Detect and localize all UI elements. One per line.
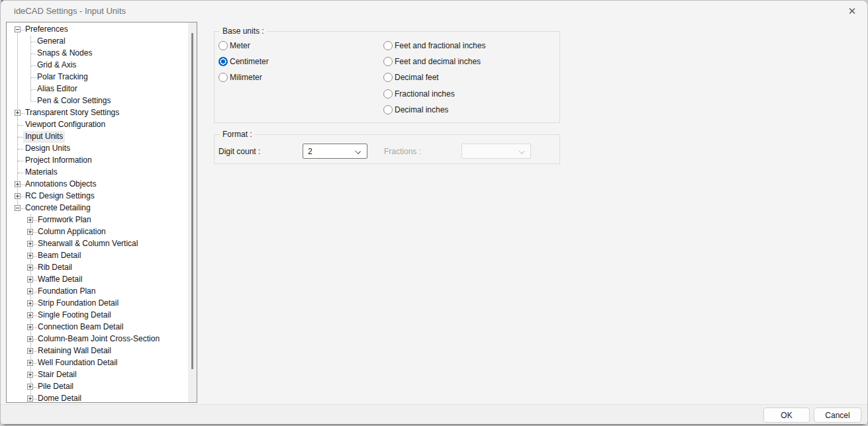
expand-icon[interactable] <box>15 110 21 116</box>
tree-item-project-information[interactable]: Project Information <box>7 155 188 167</box>
tree-item-dome-detail[interactable]: Dome Detail <box>7 393 188 403</box>
tree-item-concrete-detailing[interactable]: Concrete Detailing <box>7 202 188 214</box>
expand-icon[interactable] <box>27 360 33 366</box>
tree-item-snaps-nodes[interactable]: Snaps & Nodes <box>7 48 188 60</box>
tree-item-label: Input Units <box>23 131 65 143</box>
tree-item-stair-detail[interactable]: Stair Detail <box>7 369 188 381</box>
tree-item-preferences[interactable]: Preferences <box>7 24 188 36</box>
radio-feet-and-decimal-inches[interactable]: Feet and decimal inches <box>383 56 481 67</box>
expand-icon[interactable] <box>27 372 33 378</box>
close-icon[interactable]: ✕ <box>842 3 862 20</box>
radio-icon[interactable] <box>383 105 393 114</box>
tree-item-label: Formwork Plan <box>36 214 93 226</box>
radio-icon[interactable] <box>383 41 393 50</box>
expand-icon[interactable] <box>15 181 21 187</box>
base-units-group: Base units : MeterCentimeterMilimeter Fe… <box>214 31 560 123</box>
radio-icon[interactable] <box>218 41 228 50</box>
settings-tree[interactable]: PreferencesGeneralSnaps & NodesGrid & Ax… <box>6 22 197 403</box>
tree-item-grid-axis[interactable]: Grid & Axis <box>7 60 188 71</box>
expand-icon[interactable] <box>27 253 33 259</box>
expand-icon[interactable] <box>27 277 33 282</box>
tree-item-rib-detail[interactable]: Rib Detail <box>7 262 188 274</box>
expand-icon[interactable] <box>27 300 33 306</box>
radio-decimal-feet[interactable]: Decimal feet <box>383 72 439 83</box>
tree-item-design-units[interactable]: Design Units <box>7 143 188 155</box>
expand-icon[interactable] <box>27 348 33 354</box>
expand-icon[interactable] <box>27 288 33 294</box>
tree-item-label: Connection Beam Detail <box>36 321 125 333</box>
radio-icon[interactable] <box>383 73 393 82</box>
tree-item-label: Concrete Detailing <box>23 202 93 214</box>
expand-icon[interactable] <box>27 312 33 318</box>
expand-icon[interactable] <box>27 384 33 390</box>
tree-item-waffle-detail[interactable]: Waffle Detail <box>7 274 188 286</box>
tree-scrollbar-thumb[interactable] <box>191 33 193 369</box>
titlebar[interactable]: ideCAD Settings - Input Units ✕ <box>1 1 867 22</box>
tree-item-pile-detail[interactable]: Pile Detail <box>7 381 188 393</box>
tree-item-polar-tracking[interactable]: Polar Tracking <box>7 71 188 83</box>
format-group-label: Format : <box>220 130 255 139</box>
radio-milimeter[interactable]: Milimeter <box>218 72 262 83</box>
tree-item-column-application[interactable]: Column Application <box>7 226 188 238</box>
tree-item-label: Beam Detail <box>36 250 83 262</box>
expand-icon[interactable] <box>15 193 21 199</box>
radio-icon[interactable] <box>218 73 228 82</box>
tree-item-rc-design-settings[interactable]: RC Design Settings <box>7 191 188 202</box>
tree-item-materials[interactable]: Materials <box>7 167 188 179</box>
tree-item-alias-editor[interactable]: Alias Editor <box>7 83 188 95</box>
tree-item-label: Polar Tracking <box>35 71 90 83</box>
expand-icon[interactable] <box>27 229 33 235</box>
expand-icon[interactable] <box>27 324 33 330</box>
tree-item-connection-beam-detail[interactable]: Connection Beam Detail <box>7 321 188 333</box>
tree-item-well-foundation-detail[interactable]: Well Foundation Detail <box>7 357 188 369</box>
tree-item-retaining-wall-detail[interactable]: Retaining Wall Detail <box>7 345 188 357</box>
tree-item-foundation-plan[interactable]: Foundation Plan <box>7 286 188 298</box>
tree-item-label: Pen & Color Settings <box>35 95 113 107</box>
tree-item-single-footing-detail[interactable]: Single Footing Detail <box>7 310 188 321</box>
tree-item-label: Grid & Axis <box>35 60 78 71</box>
collapse-icon[interactable] <box>15 26 21 32</box>
radio-feet-and-fractional-inches[interactable]: Feet and fractional inches <box>383 40 485 51</box>
tree-item-column-beam-joint-cross-section[interactable]: Column-Beam Joint Cross-Section <box>7 333 188 345</box>
radio-icon[interactable] <box>383 89 393 99</box>
tree-item-transparent-story-settings[interactable]: Transparent Story Settings <box>7 107 188 119</box>
tree-item-strip-foundation-detail[interactable]: Strip Foundation Detail <box>7 298 188 310</box>
tree-item-pen-color-settings[interactable]: Pen & Color Settings <box>7 95 188 107</box>
expand-icon[interactable] <box>27 241 33 247</box>
fractions-dropdown <box>461 144 531 159</box>
tree-scrollbar[interactable] <box>188 22 197 402</box>
radio-icon[interactable] <box>383 57 393 66</box>
expand-icon[interactable] <box>27 265 33 271</box>
digit-count-dropdown[interactable]: 2 <box>303 144 367 159</box>
window-title: ideCAD Settings - Input Units <box>14 6 126 16</box>
tree-item-beam-detail[interactable]: Beam Detail <box>7 250 188 262</box>
radio-label: Feet and fractional inches <box>395 41 485 50</box>
tree-item-formwork-plan[interactable]: Formwork Plan <box>7 214 188 226</box>
collapse-icon[interactable] <box>15 205 21 211</box>
expand-icon[interactable] <box>27 396 33 402</box>
cancel-button[interactable]: Cancel <box>814 407 861 423</box>
tree-item-label: Column-Beam Joint Cross-Section <box>36 333 162 345</box>
tree-item-shearwall-column-vertical[interactable]: Shearwall & Column Vertical <box>7 238 188 250</box>
tree-item-label: Foundation Plan <box>36 286 97 298</box>
tree-item-input-units[interactable]: Input Units <box>7 131 188 143</box>
expand-icon[interactable] <box>27 217 33 223</box>
tree-item-label: Project Information <box>23 155 94 167</box>
radio-meter[interactable]: Meter <box>218 40 250 51</box>
digit-count-label: Digit count : <box>218 147 260 156</box>
expand-icon[interactable] <box>27 336 33 342</box>
radio-label: Milimeter <box>230 73 262 82</box>
tree-item-annotations-objects[interactable]: Annotations Objects <box>7 179 188 191</box>
radio-fractional-inches[interactable]: Fractional inches <box>383 89 455 99</box>
tree-item-viewport-configuration[interactable]: Viewport Configuration <box>7 119 188 131</box>
tree-item-label: Single Footing Detail <box>36 310 113 321</box>
tree-branch-line <box>18 125 23 126</box>
ok-button[interactable]: OK <box>763 407 810 423</box>
radio-selected-icon[interactable] <box>218 57 228 66</box>
radio-label: Meter <box>230 41 250 50</box>
radio-label: Feet and decimal inches <box>395 57 481 66</box>
dialog-footer: OK Cancel <box>1 404 867 424</box>
tree-item-general[interactable]: General <box>7 36 188 48</box>
radio-decimal-inches[interactable]: Decimal inches <box>383 105 448 115</box>
radio-centimeter[interactable]: Centimeter <box>218 56 269 67</box>
